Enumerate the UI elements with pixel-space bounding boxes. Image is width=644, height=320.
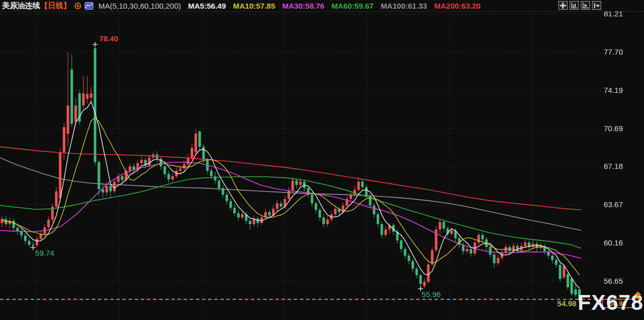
ma200-value: MA200:63.20 (434, 2, 481, 10)
ma10-value: MA10:57.85 (233, 2, 275, 10)
ma60-value: MA60:59.67 (331, 2, 374, 10)
scale-axis-left-button[interactable] (570, 1, 579, 10)
instrument-title: 美原油连续 (2, 1, 40, 11)
ma100-value: MA100:61.33 (381, 2, 427, 10)
scale-axis-right-button[interactable] (581, 1, 590, 10)
svg-text:63.67: 63.67 (604, 200, 623, 209)
period-label: 【日线】 (40, 1, 71, 11)
svg-text:77.70: 77.70 (604, 47, 623, 56)
chart-toolbar (558, 1, 601, 10)
go-to-latest-button[interactable] (592, 1, 601, 10)
circle-plus-icon[interactable] (74, 2, 82, 10)
ma-line-ma30 (0, 162, 581, 258)
svg-text:60.16: 60.16 (604, 238, 623, 247)
svg-text:54.98: 54.98 (557, 299, 577, 308)
ma-line-ma5 (2, 102, 579, 288)
svg-text:55.96: 55.96 (422, 290, 441, 299)
ma30-value: MA30:58.76 (282, 2, 325, 10)
svg-text:56.65: 56.65 (604, 277, 623, 285)
candles-layer (1, 44, 581, 300)
extreme-markers: 78.4059.7455.9654.98 (31, 34, 582, 308)
svg-text:67.18: 67.18 (604, 162, 623, 170)
svg-text:78.40: 78.40 (99, 34, 118, 43)
chart-header: 美原油连续 【日线】 MA(5,10,30,60,100,200) MA5:56… (0, 0, 644, 12)
grid-lines (0, 13, 601, 320)
scroll-to-latest-icon[interactable] (634, 291, 642, 303)
crosshair-tool-button[interactable] (558, 1, 568, 10)
ma-line-ma100 (0, 158, 581, 230)
ma-line-ma10 (2, 118, 579, 275)
svg-text:70.69: 70.69 (604, 124, 623, 133)
price-chart-canvas[interactable]: 78.4059.7455.9654.9854.9881.2177.7074.19… (0, 0, 644, 320)
ma-params-label: MA(5,10,30,60,100,200) (98, 2, 181, 10)
candlestick-chart-icon[interactable] (85, 2, 93, 10)
chart-app: { "header": { "title": "美原油连续", "period_… (0, 0, 644, 320)
y-axis-labels: 81.2177.7074.1970.6967.1863.6760.1656.65 (604, 9, 623, 285)
svg-text:59.74: 59.74 (35, 249, 55, 257)
svg-text:74.19: 74.19 (604, 86, 623, 94)
current-price-line: 54.98 (0, 300, 633, 308)
ma5-value: MA5:56.49 (188, 2, 226, 10)
